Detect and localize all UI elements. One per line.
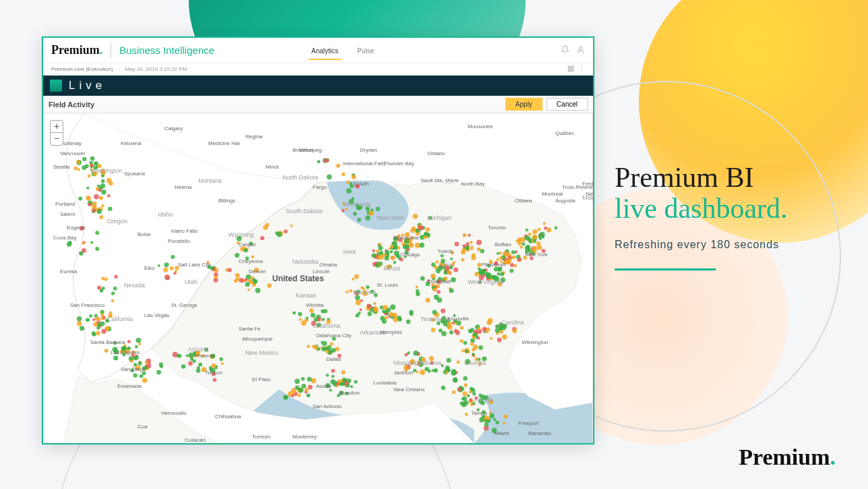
svg-point-849 [346,291,348,293]
svg-point-490 [437,279,441,284]
svg-point-677 [437,322,441,326]
svg-point-175 [188,361,193,366]
svg-point-874 [398,317,402,321]
svg-point-674 [460,326,464,329]
svg-point-262 [326,320,331,324]
svg-point-441 [394,245,398,249]
more-icon[interactable] [578,65,585,74]
svg-point-338 [299,387,304,393]
svg-point-252 [290,225,292,227]
svg-point-667 [439,328,443,333]
svg-point-266 [323,309,328,313]
svg-point-715 [499,323,503,327]
svg-point-245 [244,248,248,252]
map-area[interactable]: + − United States SeattlePortlandSalemVa… [43,113,593,443]
svg-point-188 [202,367,207,372]
user-icon[interactable] [576,45,585,57]
svg-point-237 [235,253,239,258]
svg-point-38 [88,203,91,206]
svg-point-402 [400,258,404,262]
svg-point-201 [175,270,177,273]
footer-brand-name: Premium [739,444,830,469]
svg-point-601 [508,256,512,259]
apply-button[interactable]: Apply [505,98,542,111]
svg-point-24 [94,166,98,170]
svg-point-21 [100,169,106,174]
svg-point-716 [495,324,499,328]
zoom-out-button[interactable]: − [51,133,63,145]
svg-point-114 [127,340,131,343]
svg-point-733 [405,369,408,372]
svg-point-280 [335,347,339,351]
svg-point-683 [468,329,473,334]
svg-point-809 [503,414,507,418]
breadcrumb-sep: | [119,66,120,72]
svg-point-157 [111,299,115,303]
svg-point-495 [451,277,456,283]
tab-analytics[interactable]: Analytics [309,40,341,60]
svg-point-668 [441,309,445,314]
svg-point-752 [441,364,443,367]
cancel-button[interactable]: Cancel [547,98,588,111]
svg-point-106 [138,343,141,345]
svg-point-290 [314,345,318,349]
svg-point-257 [309,308,313,312]
svg-point-554 [477,263,481,267]
svg-point-98 [109,311,113,314]
svg-point-103 [101,317,104,320]
svg-point-286 [332,337,336,341]
svg-point-738 [420,370,425,375]
brand-name: Premium [51,43,100,57]
svg-point-768 [472,348,475,351]
svg-point-261 [311,313,315,318]
svg-point-858 [363,291,368,296]
svg-point-821 [462,397,467,401]
svg-point-482 [421,276,425,281]
svg-point-765 [482,357,487,362]
svg-point-31 [90,169,93,171]
tab-pulse[interactable]: Pulse [354,40,377,60]
svg-point-672 [441,331,447,337]
live-title-bar: Live [43,76,593,96]
svg-point-630 [525,246,530,250]
svg-point-843 [359,308,362,311]
svg-point-790 [478,394,482,397]
svg-point-463 [412,227,416,231]
svg-point-540 [462,248,466,252]
svg-point-764 [478,358,481,362]
svg-point-537 [472,254,476,258]
svg-point-158 [102,287,105,290]
svg-point-631 [516,255,520,259]
svg-point-126 [135,345,138,349]
svg-point-276 [307,345,310,348]
svg-point-689 [463,341,467,345]
timestamp: May 20, 2019 3:15:22 PM [125,66,187,72]
svg-point-491 [449,288,454,293]
breadcrumb[interactable]: Premium Live (Execution) [51,66,113,72]
svg-point-307 [326,383,331,389]
promo-title-1: Premium BI [615,162,788,193]
svg-point-523 [461,258,464,262]
svg-point-268 [316,323,321,328]
bell-icon[interactable] [561,45,569,57]
svg-point-343 [345,208,348,210]
zoom-in-button[interactable]: + [51,121,63,133]
svg-point-850 [361,287,363,289]
svg-point-369 [351,175,356,179]
svg-point-800 [489,411,492,414]
svg-point-829 [367,312,372,316]
layout-icon[interactable] [567,65,574,74]
svg-point-89 [92,331,96,335]
svg-point-820 [452,391,456,394]
svg-point-197 [175,266,179,270]
svg-point-770 [472,353,474,355]
svg-point-717 [487,320,492,325]
svg-point-399 [393,261,396,264]
svg-point-840 [358,312,361,314]
svg-point-775 [474,397,478,400]
svg-point-149 [156,370,161,375]
svg-point-361 [327,175,332,180]
svg-point-489 [425,282,430,287]
svg-point-740 [428,370,431,373]
svg-point-574 [500,260,503,263]
